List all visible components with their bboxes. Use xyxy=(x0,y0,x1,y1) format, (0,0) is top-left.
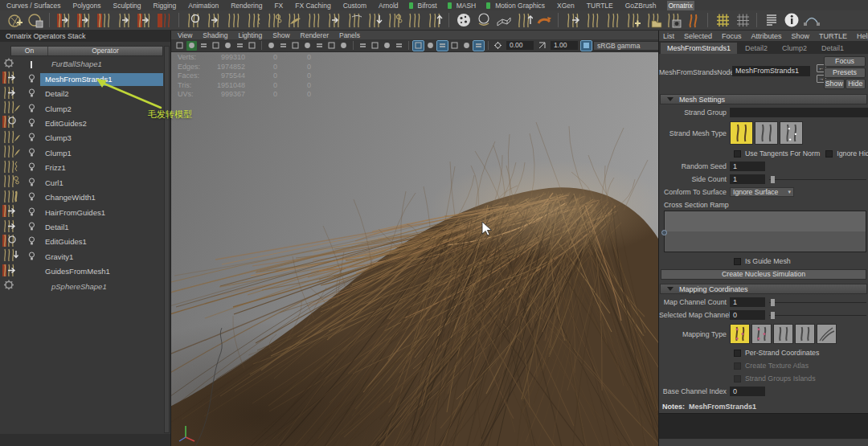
color-management-icon[interactable] xyxy=(581,41,592,51)
visibility-toggle[interactable] xyxy=(23,87,40,101)
is-guide-mesh-checkbox[interactable] xyxy=(734,258,741,265)
operator-row-gravity1[interactable]: Gravity1 xyxy=(0,250,163,264)
lift-up-icon[interactable] xyxy=(514,11,534,30)
gray-grid-icon[interactable] xyxy=(732,11,752,30)
push-up-icon[interactable] xyxy=(424,11,444,30)
section-mesh-settings[interactable]: Mesh Settings xyxy=(660,94,867,104)
shadows-icon[interactable] xyxy=(370,41,380,51)
wind-strands-icon[interactable] xyxy=(344,11,364,30)
notes-textarea[interactable] xyxy=(659,413,868,439)
fur-ball-box-icon[interactable] xyxy=(25,11,45,30)
camera-icon[interactable] xyxy=(174,41,185,51)
visibility-toggle[interactable] xyxy=(23,146,40,161)
viewport-menu-lighting[interactable]: Lighting xyxy=(238,31,262,39)
menu-bifrost[interactable]: Bifrost xyxy=(416,1,439,10)
braid-red-icon[interactable] xyxy=(154,11,174,30)
menu-curves-surfaces[interactable]: Curves / Surfaces xyxy=(5,1,63,10)
ambient-occlusion-icon[interactable] xyxy=(382,41,392,51)
ae-tab-detail1[interactable]: Detail1 xyxy=(815,43,850,54)
bookmark-icon[interactable] xyxy=(211,41,221,51)
wire-on-shaded-icon[interactable] xyxy=(437,41,448,51)
operator-row-furballshape1[interactable]: FurBallShape1 xyxy=(0,57,163,72)
operator-row-guidesfrommesh1[interactable]: GuidesFromMesh1 xyxy=(0,264,163,279)
paint-effects-icon[interactable] xyxy=(223,41,233,51)
strand-add-icon[interactable] xyxy=(623,11,643,30)
gamma-field[interactable]: 1.00 xyxy=(551,41,578,50)
visibility-toggle[interactable] xyxy=(23,161,40,175)
lighting-icon[interactable] xyxy=(358,41,368,51)
focus-button[interactable]: Focus xyxy=(824,56,866,67)
conform-dropdown[interactable]: Ignore Surface ▾ xyxy=(730,187,794,197)
hair-from-guides-icon[interactable] xyxy=(74,11,94,30)
multisample-icon[interactable] xyxy=(413,41,424,51)
menu-custom[interactable]: Custom xyxy=(342,1,368,10)
viewport-menu-shading[interactable]: Shading xyxy=(203,31,227,39)
mapping-type-across-width[interactable] xyxy=(795,324,815,344)
operator-row-hairfromguides1[interactable]: HairFromGuides1 xyxy=(0,205,163,219)
bulb-icon[interactable] xyxy=(28,117,35,131)
map-channel-count-field[interactable]: 1 xyxy=(730,297,765,307)
strand-group-field[interactable] xyxy=(730,108,868,117)
menu-fx-caching[interactable]: FX Caching xyxy=(293,1,332,10)
viewport-menu-show[interactable]: Show xyxy=(272,31,289,39)
viewport-panel[interactable]: ViewShadingLightingShowRendererPanels 0.… xyxy=(171,31,659,446)
flower-clump-icon[interactable] xyxy=(264,11,284,30)
operator-row-clump1[interactable]: Clump1 xyxy=(0,146,163,161)
show-button[interactable]: Show xyxy=(824,79,845,89)
default-material-icon[interactable] xyxy=(449,41,460,51)
visibility-toggle[interactable] xyxy=(23,131,40,145)
visibility-toggle[interactable] xyxy=(23,250,40,264)
grass-clump-icon[interactable] xyxy=(223,11,244,30)
pencil-icon[interactable] xyxy=(247,41,257,51)
bulb-icon[interactable] xyxy=(28,250,35,264)
viewport-menu-renderer[interactable]: Renderer xyxy=(301,31,329,39)
random-seed-field[interactable]: 1 xyxy=(730,162,765,171)
dalmatian-ball-icon[interactable] xyxy=(453,11,473,30)
fur-ball-add-icon[interactable] xyxy=(5,11,25,30)
operator-row-changewidth1[interactable]: ChangeWidth1 xyxy=(0,190,163,205)
ae-menu-attributes[interactable]: Attributes xyxy=(751,32,782,40)
surface-sphere-icon[interactable] xyxy=(473,11,493,30)
base-channel-field[interactable]: 0 xyxy=(730,387,765,396)
menu-fx[interactable]: FX xyxy=(272,1,285,10)
ae-menu-list[interactable]: List xyxy=(663,32,674,40)
safe-title-icon[interactable] xyxy=(338,41,349,51)
pan-zoom-icon[interactable] xyxy=(186,41,197,51)
visibility-toggle[interactable] xyxy=(23,72,40,87)
rotate-cap-orange-icon[interactable] xyxy=(534,11,554,30)
bulb-icon[interactable] xyxy=(28,190,35,205)
viewport-menu-view[interactable]: View xyxy=(178,31,192,39)
menu-mash[interactable]: MASH xyxy=(455,1,478,10)
exposure-field[interactable]: 0.00 xyxy=(506,41,534,50)
gravity-down-icon[interactable] xyxy=(364,11,384,30)
operator-row-clump2[interactable]: Clump2 xyxy=(0,101,163,116)
visibility-toggle[interactable] xyxy=(23,102,40,117)
strand-fork-icon[interactable] xyxy=(583,11,603,30)
presets-button[interactable]: Presets xyxy=(824,68,866,78)
textured-icon[interactable] xyxy=(425,41,436,51)
gate-mask-icon[interactable] xyxy=(302,41,313,51)
operator-row-meshfromstrands1[interactable]: MeshFromStrands1 xyxy=(0,72,163,86)
side-count-slider[interactable] xyxy=(769,174,868,184)
field-chart-icon[interactable] xyxy=(314,41,325,51)
film-gate-icon[interactable] xyxy=(278,41,289,51)
bulb-icon[interactable] xyxy=(28,220,35,235)
visibility-toggle[interactable] xyxy=(23,235,40,249)
mapping-type-radial[interactable] xyxy=(817,324,837,344)
ae-menu-turtle[interactable]: TURTLE xyxy=(819,32,847,40)
view-transform-dropdown[interactable]: sRGB gamma▾ xyxy=(593,41,659,51)
mesh-from-strands-icon[interactable] xyxy=(134,11,154,30)
bulb-icon[interactable] xyxy=(28,87,35,101)
strand-curl-icon[interactable] xyxy=(384,11,404,30)
menu-animation[interactable]: Animation xyxy=(186,1,220,10)
menu-polygons[interactable]: Polygons xyxy=(72,1,103,10)
menu-turtle[interactable]: TURTLE xyxy=(585,1,615,10)
gamma-icon[interactable] xyxy=(537,41,547,51)
menu-arnold[interactable]: Arnold xyxy=(377,1,400,10)
selected-map-channel-field[interactable]: 0 xyxy=(730,310,765,320)
visibility-toggle[interactable] xyxy=(23,61,40,68)
motion-blur-icon[interactable] xyxy=(394,41,404,51)
bird-clump-icon[interactable] xyxy=(284,11,304,30)
mapping-type-per-segment[interactable] xyxy=(751,324,772,344)
operator-row-detail2[interactable]: Detail2 xyxy=(0,87,163,101)
